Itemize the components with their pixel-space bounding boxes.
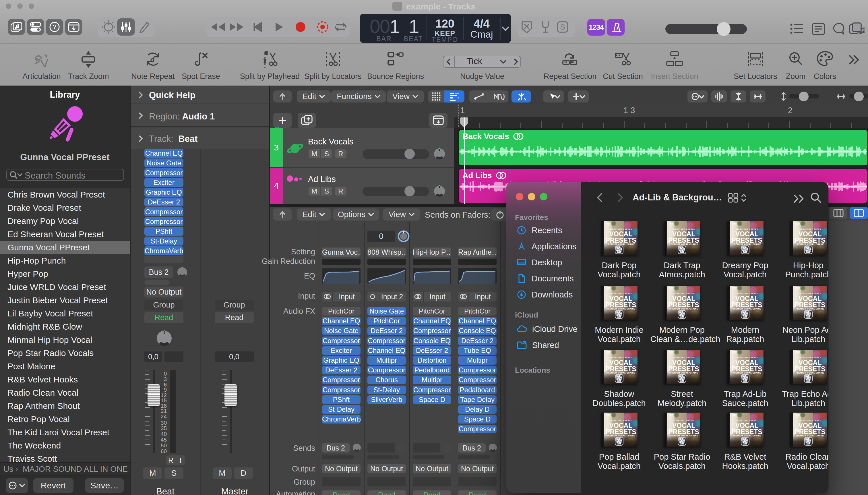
svg-text:?: ? [53,23,56,31]
svg-text:S: S [560,23,565,31]
